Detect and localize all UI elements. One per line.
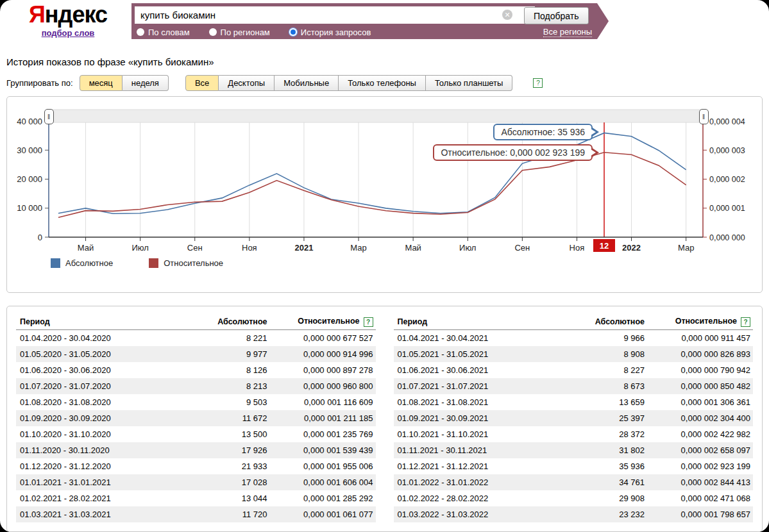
y-right-label: 0,000 000: [709, 233, 745, 242]
relative-cell: 0,000 000 677 527: [270, 333, 376, 343]
page-title: История показов по фразе «купить биоками…: [6, 56, 769, 67]
x-label: 2021: [294, 243, 313, 253]
absolute-cell: 29 908: [573, 494, 647, 503]
table-row: 01.08.2020 - 31.08.20209 5030,000 001 11…: [16, 394, 376, 410]
absolute-cell: 35 936: [573, 461, 647, 471]
absolute-cell: 13 044: [196, 494, 270, 503]
table-row: 01.09.2020 - 30.09.202011 6720,000 001 2…: [16, 410, 376, 426]
mode-radio-row: По словам По регионам История запросов В…: [137, 26, 592, 38]
absolute-cell: 9 966: [573, 333, 647, 343]
help-icon[interactable]: ?: [364, 317, 373, 327]
absolute-cell: 8 673: [573, 381, 647, 391]
column-header: Период: [394, 317, 574, 326]
relative-cell: 0,000 001 606 004: [270, 478, 376, 487]
group-by-label: Группировать по:: [6, 78, 73, 88]
device-mobile-button[interactable]: Мобильные: [275, 75, 339, 91]
period-cell: 01.01.2021 - 31.01.2021: [16, 478, 196, 487]
period-cell: 01.09.2020 - 30.09.2020: [16, 413, 196, 423]
absolute-cell: 11 672: [196, 413, 270, 423]
chart-legend: Абсолютное Относительное: [51, 258, 259, 268]
clear-icon[interactable]: ✕: [502, 10, 512, 20]
table-row: 01.06.2021 - 30.06.20218 2270,000 000 79…: [394, 362, 754, 378]
help-icon[interactable]: ?: [533, 78, 543, 88]
period-cell: 01.04.2021 - 30.04.2021: [394, 333, 574, 343]
device-group: Все Десктопы Мобильные Только телефоны Т…: [185, 75, 512, 91]
relative-cell: 0,000 001 235 769: [270, 429, 376, 439]
period-cell: 01.07.2021 - 31.07.2021: [394, 381, 574, 391]
period-cell: 01.11.2021 - 30.11.2021: [394, 445, 574, 455]
yandex-logo[interactable]: Яндекс подбор слов: [17, 3, 119, 38]
radio-icon[interactable]: [137, 28, 144, 36]
device-phones-button[interactable]: Только телефоны: [339, 75, 426, 91]
absolute-cell: 8 908: [573, 349, 647, 359]
table-row: 01.03.2022 - 31.03.202223 2320,000 001 7…: [394, 506, 754, 522]
help-icon[interactable]: ?: [741, 317, 750, 327]
wordstat-link[interactable]: подбор слов: [42, 28, 95, 38]
y-right-label: 0,000 001: [709, 204, 745, 213]
all-regions-link[interactable]: Все регионы: [543, 27, 592, 37]
range-slider-left-handle[interactable]: ‖: [44, 109, 54, 124]
period-cell: 01.04.2020 - 30.04.2020: [16, 333, 196, 343]
submit-button[interactable]: Подобрать: [524, 7, 589, 24]
absolute-cell: 8 227: [573, 365, 647, 375]
legend-swatch-red: [149, 258, 158, 268]
column-header: Относительное?: [270, 317, 376, 326]
period-cell: 01.10.2021 - 31.10.2021: [394, 429, 574, 439]
x-label: Июл: [131, 243, 148, 253]
relative-cell: 0,000 002 422 982: [647, 429, 753, 439]
relative-cell: 0,000 001 539 439: [270, 445, 376, 455]
period-cell: 01.02.2021 - 28.02.2021: [16, 494, 196, 503]
radio-selected-icon[interactable]: [289, 28, 297, 36]
relative-cell: 0,000 000 790 942: [647, 365, 753, 375]
absolute-cell: 13 500: [196, 429, 270, 439]
table-row: 01.08.2021 - 31.08.202113 6590,000 001 3…: [394, 394, 754, 410]
relative-cell: 0,000 000 826 893: [647, 349, 753, 359]
history-table-left: ПериодАбсолютноеОтносительное?01.04.2020…: [16, 314, 376, 522]
radio-icon[interactable]: [209, 28, 217, 36]
absolute-cell: 21 933: [196, 461, 270, 471]
radio-by-regions[interactable]: По регионам: [209, 28, 270, 37]
relative-cell: 0,000 000 914 996: [270, 349, 376, 359]
legend-relative[interactable]: Относительное: [149, 258, 223, 268]
legend-label: Абсолютное: [65, 258, 113, 268]
group-week-button[interactable]: неделя: [123, 75, 169, 91]
absolute-cell: 13 659: [573, 397, 647, 407]
period-cell: 01.05.2020 - 31.05.2020: [16, 349, 196, 359]
table-header-row: ПериодАбсолютноеОтносительное?: [16, 314, 376, 330]
radio-label: По словам: [148, 28, 190, 37]
table-row: 01.07.2021 - 31.07.20218 6730,000 000 85…: [394, 378, 754, 394]
radio-by-words[interactable]: По словам: [137, 28, 190, 37]
device-all-button[interactable]: Все: [185, 75, 219, 91]
x-label: 2022: [622, 243, 641, 253]
x-label: Сен: [187, 243, 203, 253]
relative-cell: 0,000 000 897 278: [270, 365, 376, 375]
hover-month-badge-text: 12: [600, 241, 609, 251]
group-month-button[interactable]: месяц: [80, 75, 123, 91]
range-slider-track[interactable]: [49, 110, 703, 122]
period-cell: 01.12.2021 - 31.12.2021: [394, 461, 574, 471]
y-left-label: 20 000: [17, 174, 42, 184]
absolute-cell: 17 926: [196, 445, 270, 455]
y-right-label: 0,000 003: [709, 146, 745, 155]
legend-absolute[interactable]: Абсолютное: [51, 258, 113, 268]
radio-query-history[interactable]: История запросов: [289, 28, 371, 37]
header: Яндекс подбор слов ✕ Подобрать По словам…: [0, 0, 769, 46]
device-desktop-button[interactable]: Десктопы: [219, 75, 275, 91]
search-input[interactable]: [135, 6, 535, 24]
x-label: Ноя: [242, 243, 257, 253]
absolute-cell: 8 221: [196, 333, 270, 343]
range-slider-right-handle[interactable]: ‖: [699, 109, 709, 124]
tooltip-absolute: Абсолютное: 35 936: [493, 124, 593, 140]
relative-cell: 0,000 000 850 482: [647, 381, 753, 391]
device-tablets-button[interactable]: Только планшеты: [426, 75, 512, 91]
relative-cell: 0,000 002 844 413: [647, 478, 753, 487]
relative-cell: 0,000 002 471 068: [647, 494, 753, 503]
radio-label: История запросов: [301, 28, 371, 37]
period-cell: 01.03.2022 - 31.03.2022: [394, 510, 574, 519]
history-table-right: ПериодАбсолютноеОтносительное?01.04.2021…: [394, 314, 754, 522]
x-label: Мар: [678, 243, 694, 253]
absolute-cell: 11 720: [196, 510, 270, 519]
x-label: Июл: [459, 243, 476, 253]
period-cell: 01.12.2020 - 31.12.2020: [16, 461, 196, 471]
search-banner: ✕ Подобрать По словам По регионам Истори…: [131, 3, 609, 39]
